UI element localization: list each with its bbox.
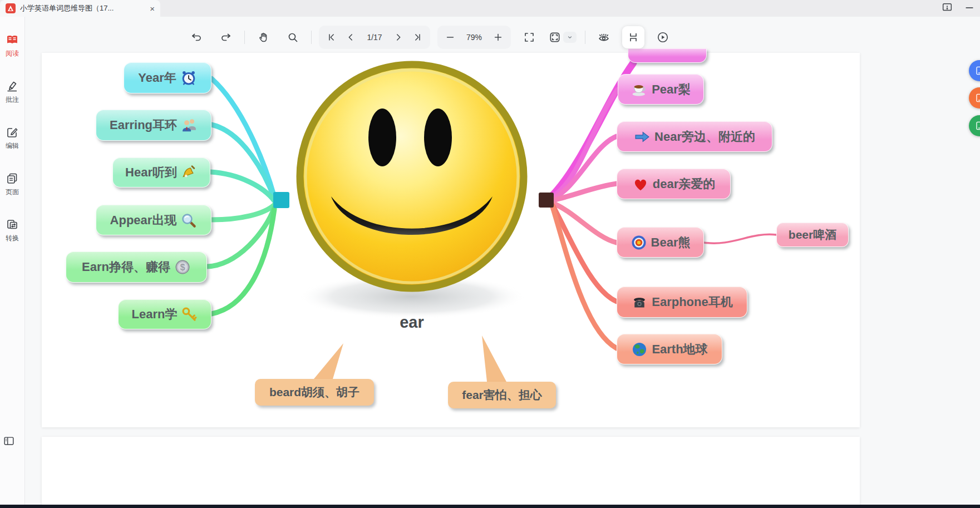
- first-page-button[interactable]: [322, 27, 341, 47]
- magnifier-icon: [180, 212, 197, 229]
- two-people-icon: [181, 117, 198, 134]
- undo-button[interactable]: [185, 26, 208, 48]
- hand-tool-button[interactable]: [252, 26, 274, 48]
- minimize-icon[interactable]: [963, 2, 976, 14]
- node-label: Earring耳环: [110, 117, 177, 134]
- float-device-green-button[interactable]: [969, 115, 980, 136]
- node-earth: Earth地球: [617, 334, 722, 364]
- node-year: Year年: [124, 62, 211, 93]
- sidebar-item-label: 页面: [6, 188, 19, 197]
- node-appear: Appear出现: [96, 205, 211, 235]
- svg-text:$: $: [180, 263, 185, 272]
- key-icon: [181, 306, 198, 323]
- sidebar-item-convert[interactable]: 转换: [6, 218, 19, 243]
- sidebar-item-read[interactable]: 阅读: [6, 33, 19, 58]
- node-earphone: Earphone耳机: [617, 287, 747, 318]
- page-indicator[interactable]: 1/17: [360, 33, 389, 42]
- page-view-button[interactable]: [622, 26, 644, 48]
- reader-book-icon: [6, 33, 19, 47]
- target-icon: [631, 234, 647, 251]
- edit-pencil-icon: [6, 126, 19, 139]
- highlighter-icon: [6, 80, 19, 93]
- node-beer: beer啤酒: [776, 223, 849, 247]
- center-topic-label: ear: [373, 313, 451, 332]
- redo-button[interactable]: [215, 26, 237, 48]
- sidebar-item-annotate[interactable]: 批注: [6, 80, 19, 105]
- pdf-page-next: [42, 437, 860, 508]
- toolbar-divider: [244, 31, 245, 44]
- fit-page-button[interactable]: [549, 31, 561, 43]
- node-label: Earphone耳机: [652, 294, 732, 310]
- node-label: Pear梨: [652, 81, 691, 98]
- document-tab[interactable]: 小学英语单词思维导图（17... ×: [0, 0, 160, 17]
- tab-bar: 小学英语单词思维导图（17... ×: [0, 0, 980, 17]
- pdf-file-icon: [6, 3, 16, 13]
- sidebar-item-label: 转换: [6, 234, 19, 243]
- earth-globe-icon: [631, 341, 648, 358]
- float-device-blue-button[interactable]: [969, 60, 980, 81]
- sidebar-item-page[interactable]: 页面: [6, 172, 19, 197]
- sidebar-item-label: 编辑: [6, 141, 19, 151]
- toolbar-divider: [311, 31, 312, 44]
- panel-toggle-icon[interactable]: [3, 435, 15, 447]
- smiley-face: [300, 65, 524, 288]
- node-label: Bear熊: [651, 234, 691, 251]
- node-label: Earth地球: [652, 341, 707, 358]
- dollar-coin-icon: $: [174, 259, 191, 275]
- node-label: dear亲爱的: [653, 176, 715, 193]
- coffee-cup-icon: [631, 81, 648, 98]
- hand-bell-icon: [181, 164, 198, 181]
- node-label: Appear出现: [110, 212, 177, 229]
- node-hear: Hear听到: [112, 157, 210, 188]
- tab-close-icon[interactable]: ×: [150, 4, 155, 13]
- zoom-level[interactable]: 79%: [460, 33, 489, 42]
- mindmap-curves: [42, 53, 860, 427]
- float-device-orange-button[interactable]: [969, 87, 980, 108]
- arrow-right-icon: [634, 129, 651, 145]
- prev-page-button[interactable]: [341, 27, 360, 47]
- fit-page-dropdown[interactable]: [563, 32, 577, 43]
- node-earring: Earring耳环: [96, 110, 211, 141]
- zoom-in-button[interactable]: [489, 27, 508, 47]
- sidebar-item-label: 批注: [6, 95, 19, 105]
- tab-title: 小学英语单词思维导图（17...: [20, 3, 114, 13]
- telephone-icon: [631, 294, 648, 310]
- callout-beard: beard胡须、胡子: [255, 379, 374, 406]
- heart-icon: [632, 176, 649, 193]
- node-learn: Learn学: [118, 299, 211, 329]
- left-sidebar: 阅读 批注 编辑 页面 转换: [0, 17, 25, 508]
- node-near: Near旁边、附近的: [617, 121, 772, 152]
- last-page-button[interactable]: [408, 27, 427, 47]
- fit-page-group: [548, 26, 578, 48]
- page-nav-group: 1/17: [319, 26, 430, 49]
- taskbar-edge: [0, 505, 980, 508]
- zoom-out-button[interactable]: [441, 27, 460, 47]
- zoom-group: 79%: [437, 26, 511, 49]
- eye-protection-button[interactable]: [593, 26, 615, 48]
- fullscreen-button[interactable]: [518, 26, 540, 48]
- search-icon[interactable]: [282, 26, 304, 48]
- node-label: Near旁边、附近的: [654, 129, 755, 145]
- node-label: beer啤酒: [789, 227, 836, 243]
- callout-label: fear害怕、担心: [462, 387, 542, 403]
- convert-icon: [6, 218, 19, 231]
- pdf-reader-window: 小学英语单词思维导图（17... × 阅读 批注: [0, 0, 980, 508]
- toolbar: 1/17 79%: [185, 24, 674, 50]
- callout-fear: fear害怕、担心: [448, 382, 556, 408]
- node-label: Hear听到: [125, 164, 177, 181]
- sidebar-item-label: 阅读: [6, 49, 19, 58]
- alarm-clock-icon: [180, 70, 197, 86]
- node-label: Learn学: [132, 306, 178, 323]
- pdf-page: ear Year年 Earring耳环 Hear听到: [42, 53, 860, 427]
- node-partial-top: [628, 48, 707, 63]
- next-page-button[interactable]: [389, 27, 408, 47]
- node-pear: Pear梨: [618, 74, 704, 105]
- main-content: ear Year年 Earring耳环 Hear听到: [25, 17, 980, 508]
- pages-icon: [6, 172, 19, 185]
- feedback-icon[interactable]: [941, 2, 953, 14]
- node-earn: Earn挣得、赚得 $: [66, 251, 207, 283]
- callout-label: beard胡须、胡子: [269, 384, 360, 400]
- sidebar-item-edit[interactable]: 编辑: [6, 126, 19, 151]
- node-label: Earn挣得、赚得: [82, 259, 170, 275]
- auto-play-button[interactable]: [652, 26, 674, 48]
